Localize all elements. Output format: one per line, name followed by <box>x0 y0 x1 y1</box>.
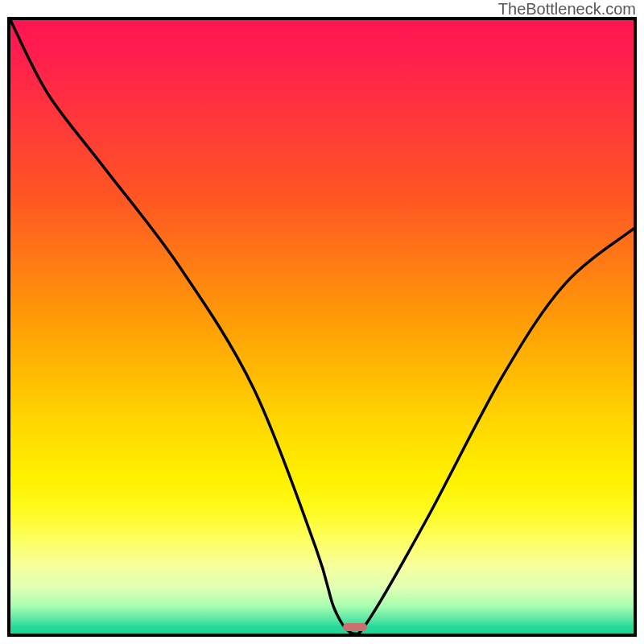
chart-curve <box>10 20 634 634</box>
watermark-text: TheBottleneck.com <box>498 0 636 19</box>
chart-minimum-marker <box>343 623 366 631</box>
chart-frame <box>7 17 637 637</box>
